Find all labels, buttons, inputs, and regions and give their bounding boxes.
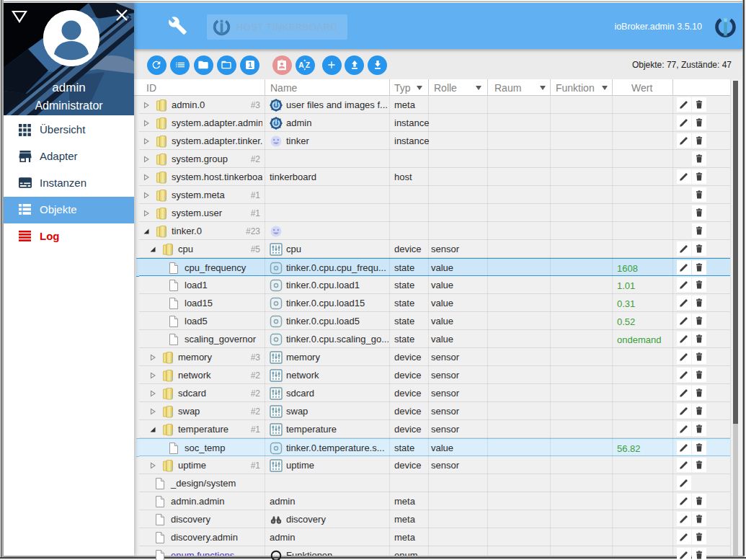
svg-text:Z: Z — [306, 61, 311, 69]
svg-text:1: 1 — [248, 61, 252, 69]
svg-text:A: A — [298, 61, 304, 69]
